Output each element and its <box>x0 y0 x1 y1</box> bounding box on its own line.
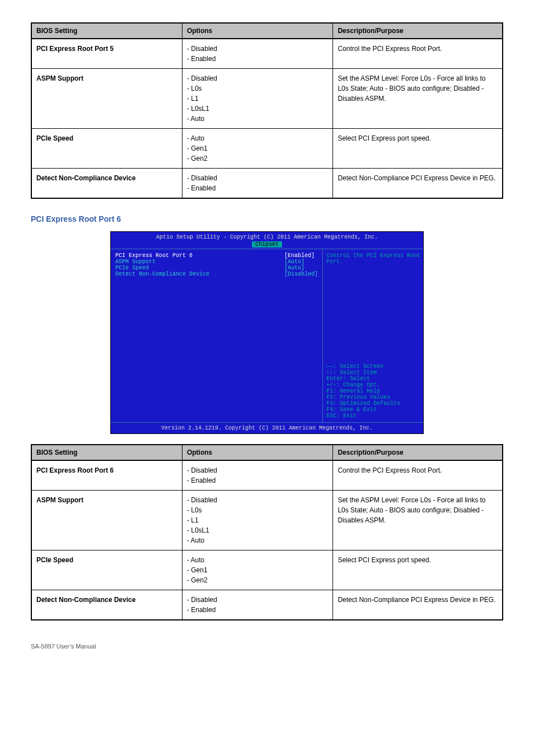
bios-help-text: Control the PCI Express Root Port. <box>326 253 420 265</box>
cell-options: - Disabled - Enabled <box>182 460 332 491</box>
cell-description: Detect Non-Compliance PCI Express Device… <box>333 169 503 199</box>
cell-options: - Auto - Gen1 - Gen2 <box>182 550 332 590</box>
bios-item-label[interactable]: PCI Express Root Port 6 <box>115 253 271 259</box>
cell-description: Set the ASPM Level: Force L0s - Force al… <box>333 491 503 550</box>
table-row: PCIe Speed- Auto - Gen1 - Gen2Select PCI… <box>31 550 503 590</box>
col-bios-setting: BIOS Setting <box>31 445 182 460</box>
col-options: Options <box>182 23 332 39</box>
cell-setting: ASPM Support <box>31 491 182 550</box>
cell-description: Control the PCI Express Root Port. <box>333 39 503 69</box>
cell-setting: PCI Express Root Port 6 <box>31 460 182 491</box>
cell-options: - Disabled - Enabled <box>182 590 332 620</box>
bios-item-label[interactable]: ASPM Support <box>115 259 271 265</box>
cell-setting: PCI Express Root Port 5 <box>31 39 182 69</box>
table-row: ASPM Support- Disabled - L0s - L1 - L0sL… <box>31 491 503 550</box>
bios-tab-chipset[interactable]: Chipset <box>252 241 282 248</box>
cell-setting: Detect Non-Compliance Device <box>31 590 182 620</box>
table-header-row: BIOS Setting Options Description/Purpose <box>31 445 503 460</box>
bios-tab-row: Chipset <box>111 241 423 249</box>
table-row: Detect Non-Compliance Device- Disabled -… <box>31 169 503 199</box>
col-description: Description/Purpose <box>333 445 503 460</box>
bios-item-value[interactable]: [Enabled] <box>284 253 318 259</box>
table-row: ASPM Support- Disabled - L0s - L1 - L0sL… <box>31 69 503 129</box>
table-header-row: BIOS Setting Options Description/Purpose <box>31 23 503 39</box>
bios-item-label[interactable]: Detect Non-Compliance Device <box>115 271 271 277</box>
cell-setting: PCIe Speed <box>31 550 182 590</box>
col-bios-setting: BIOS Setting <box>31 23 182 39</box>
cell-description: Select PCI Express port speed. <box>333 550 503 590</box>
cell-options: - Disabled - L0s - L1 - L0sL1 - Auto <box>182 491 332 550</box>
col-options: Options <box>182 445 332 460</box>
table-row: PCIe Speed- Auto - Gen1 - Gen2Select PCI… <box>31 129 503 169</box>
bios-body: PCI Express Root Port 6[Enabled]ASPM Sup… <box>111 249 423 422</box>
table-row: PCI Express Root Port 5- Disabled - Enab… <box>31 39 503 69</box>
cell-options: - Disabled - Enabled <box>182 169 332 199</box>
bios-item-label[interactable]: PCIe Speed <box>115 265 271 271</box>
cell-setting: ASPM Support <box>31 69 182 129</box>
bios-item-value[interactable]: [Disabled] <box>284 271 318 277</box>
cell-description: Control the PCI Express Root Port. <box>333 460 503 491</box>
bios-footer: Version 2.14.1219. Copyright (C) 2011 Am… <box>111 422 423 433</box>
page-footer: SA-5897 User’s Manual <box>31 643 503 650</box>
bios-settings-table-1: BIOS Setting Options Description/Purpose… <box>31 22 503 199</box>
col-description: Description/Purpose <box>333 23 503 39</box>
cell-options: - Disabled - L0s - L1 - L0sL1 - Auto <box>182 69 332 129</box>
cell-description: Set the ASPM Level: Force L0s - Force al… <box>333 69 503 129</box>
cell-description: Detect Non-Compliance PCI Express Device… <box>333 590 503 620</box>
cell-setting: Detect Non-Compliance Device <box>31 169 182 199</box>
cell-setting: PCIe Speed <box>31 129 182 169</box>
bios-screenshot: Aptio Setup Utility – Copyright (C) 2011… <box>110 231 424 434</box>
bios-item-value[interactable]: [Auto] <box>284 259 318 265</box>
bios-item-value[interactable]: [Auto] <box>284 265 318 271</box>
bios-settings-table-2: BIOS Setting Options Description/Purpose… <box>31 444 503 620</box>
cell-options: - Disabled - Enabled <box>182 39 332 69</box>
bios-item-list: PCI Express Root Port 6[Enabled]ASPM Sup… <box>111 249 322 422</box>
cell-options: - Auto - Gen1 - Gen2 <box>182 129 332 169</box>
cell-description: Select PCI Express port speed. <box>333 129 503 169</box>
bios-header: Aptio Setup Utility – Copyright (C) 2011… <box>111 233 423 241</box>
bios-right-pane: Control the PCI Express Root Port. ←→: S… <box>322 249 423 422</box>
bios-hotkeys: ←→: Select Screen ↑↓: Select Item Enter:… <box>326 363 420 419</box>
bios-topbar: Aptio Setup Utility – Copyright (C) 2011… <box>111 232 423 249</box>
table-row: Detect Non-Compliance Device- Disabled -… <box>31 590 503 620</box>
section-title: PCI Express Root Port 6 <box>31 214 503 223</box>
table-row: PCI Express Root Port 6- Disabled - Enab… <box>31 460 503 491</box>
